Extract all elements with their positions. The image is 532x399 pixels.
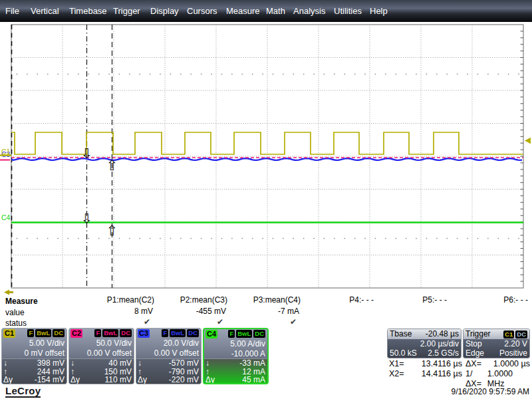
menu-timebase[interactable]: Timebase	[69, 6, 107, 16]
c4-trace-label[interactable]: C4	[1, 213, 11, 221]
timebase-title: Tbase	[390, 329, 412, 339]
cursor-min-icon: ↓	[3, 359, 7, 368]
cursor-delta-icon: Δy	[70, 376, 80, 384]
cursor-delta-readout: ΔX= 1.0000 µs 1/ΔX= 1.0000 MHz	[466, 359, 530, 389]
measure-p2: P2:mean(C3) -455 mV ✔	[153, 295, 227, 327]
c4-offset: -10.000 A	[205, 349, 265, 359]
measure-p1-label[interactable]: P1:mean(C2)	[80, 295, 154, 307]
trigger-source-badge: C1	[503, 331, 514, 338]
cursor-min-icon: ↓	[138, 359, 142, 368]
measure-p5: P5:- - -	[372, 295, 447, 327]
channel-box-c3[interactable]: C3 F BwL DC 20.0 V/div 0.00 V offset ↓-5…	[136, 328, 201, 384]
cursor-x-readout: X1= 13.4116 µs X2= 14.4116 µs	[389, 359, 462, 379]
dx-label: ΔX=	[466, 359, 481, 369]
oscilloscope-screen: C3C1C4⇩⇩⇧⇧ File Vertical Timebase Trigge…	[0, 0, 532, 399]
coupling-badge: DC	[53, 329, 65, 337]
c1-cursor-min: 398 mV	[37, 359, 65, 368]
filter-badge: F	[27, 329, 34, 337]
measure-p3: P3:mean(C4) -7 mA ✔	[226, 295, 301, 327]
trigger-title: Trigger	[466, 329, 491, 339]
measure-p6: P6:- - -	[454, 295, 528, 327]
timebase-delay: -20.48 µs	[426, 329, 459, 339]
measure-value-row-label: value	[5, 308, 25, 317]
cursor-marker-arrow[interactable]: ⇩	[81, 146, 93, 162]
filter-badge: F	[94, 329, 101, 337]
measure-p5-label[interactable]: P5:- - -	[372, 295, 447, 307]
c2-cursor-min: 40 mV	[108, 359, 132, 368]
channel-c1-badge: C1	[3, 329, 15, 338]
c2-offset: 0.00 V offset	[70, 348, 132, 358]
x1-value: 13.4116 µs	[422, 359, 462, 369]
channel-box-c4[interactable]: C4 F BwL DC 5.00 A/div -10.000 A ↓-33 mA…	[203, 328, 269, 384]
coupling-badge: DC	[253, 330, 265, 338]
c2-cursor-dy: 110 mV	[105, 376, 132, 384]
measure-p1: P1:mean(C2) 8 mV ✔	[80, 295, 154, 327]
trigger-box[interactable]: Trigger C1 DC Stop 2.20 V Edge Positive	[463, 329, 530, 358]
measure-p2-label[interactable]: P2:mean(C3)	[153, 295, 227, 307]
trigger-slope: Positive	[499, 348, 527, 358]
trigger-position-offscreen-arrow[interactable]	[4, 290, 13, 295]
c3-volts-per-div: 20.0 V/div	[138, 338, 199, 348]
menu-vertical[interactable]: Vertical	[31, 6, 59, 16]
measure-p4-value	[299, 307, 374, 317]
cursor-min-icon: ↓	[205, 359, 209, 368]
menu-file[interactable]: File	[5, 6, 19, 16]
measure-p6-value	[454, 307, 528, 317]
measure-p4-status-check	[299, 317, 374, 327]
lecroy-logo: LeCroy	[5, 386, 41, 398]
measure-title: Measure	[5, 297, 38, 306]
menu-analysis[interactable]: Analysis	[293, 6, 325, 16]
measure-p6-label[interactable]: P6:- - -	[454, 295, 528, 307]
filter-badge: F	[228, 330, 235, 338]
cursor-min-icon: ↓	[70, 359, 74, 368]
measure-p2-value: -455 mV	[153, 307, 227, 317]
timebase-samples: 50.0 kS	[390, 348, 417, 358]
c1-cursor-dy: -154 mV	[35, 376, 65, 384]
measure-p5-status-check	[372, 317, 447, 327]
cursor-marker-arrow[interactable]: ⇩	[81, 211, 93, 227]
timebase-scale: 2.00 µs/div	[420, 339, 459, 348]
trigger-mode: Stop	[466, 339, 482, 348]
cursor-delta-icon: Δy	[138, 376, 147, 384]
measure-p3-status-check: ✔	[226, 317, 301, 327]
c3-offset: 0.00 V offset	[138, 348, 199, 358]
cursor-marker-arrow[interactable]: ⇧	[106, 158, 118, 174]
menu-trigger[interactable]: Trigger	[113, 6, 140, 16]
c3-cursor-dy: -220 mV	[169, 376, 199, 384]
measure-p3-label[interactable]: P3:mean(C4)	[226, 295, 301, 307]
c1-trace-label[interactable]: C1	[1, 148, 11, 156]
x1-label: X1=	[389, 359, 404, 369]
bandwidth-limit-badge: BwL	[236, 330, 252, 338]
measure-p5-value	[372, 307, 447, 317]
trigger-level: 2.20 V	[504, 339, 527, 348]
menu-help[interactable]: Help	[370, 6, 388, 16]
cursor-marker-arrow[interactable]: ⇧	[106, 223, 118, 239]
trigger-coupling-badge: DC	[515, 331, 527, 338]
channel-box-c2[interactable]: C2 F BwL DC 50.0 V/div 0.00 V offset ↓40…	[68, 328, 134, 384]
c1-volts-per-div: 5.00 V/div	[3, 338, 65, 348]
bandwidth-limit-badge: BwL	[102, 329, 118, 337]
measure-p4-label[interactable]: P4:- - -	[299, 295, 374, 307]
measure-p3-value: -7 mA	[226, 307, 301, 317]
x2-value: 14.4116 µs	[422, 369, 462, 379]
timebase-box[interactable]: Tbase -20.48 µs 2.00 µs/div 50.0 kS 2.5 …	[387, 329, 462, 358]
inv-dx-label: 1/ΔX=	[466, 369, 487, 389]
coupling-badge: DC	[120, 329, 132, 337]
trigger-level-arrow[interactable]	[525, 138, 531, 144]
channel-box-c1[interactable]: C1 F BwL DC 5.00 V/div 0 mV offset ↓398 …	[1, 328, 67, 384]
menu-utilities[interactable]: Utilities	[334, 6, 362, 16]
timebase-sample-rate: 2.5 GS/s	[428, 348, 459, 358]
inv-dx-value: 1.0000 MHz	[487, 369, 530, 389]
menu-display[interactable]: Display	[150, 6, 179, 16]
menu-measure[interactable]: Measure	[226, 6, 260, 16]
menu-math[interactable]: Math	[266, 6, 285, 16]
measure-p1-value: 8 mV	[80, 307, 154, 317]
c4-cursor-dy: 45 mA	[242, 376, 265, 384]
menu-cursors[interactable]: Cursors	[187, 6, 217, 16]
filter-badge: F	[162, 329, 168, 337]
measure-p6-status-check	[454, 317, 528, 327]
c4-amps-per-div: 5.00 A/div	[205, 339, 265, 349]
measure-p1-status-check: ✔	[80, 317, 154, 327]
c3-cursor-min: -570 mV	[169, 359, 199, 368]
channel-c3-badge: C3	[138, 329, 150, 338]
